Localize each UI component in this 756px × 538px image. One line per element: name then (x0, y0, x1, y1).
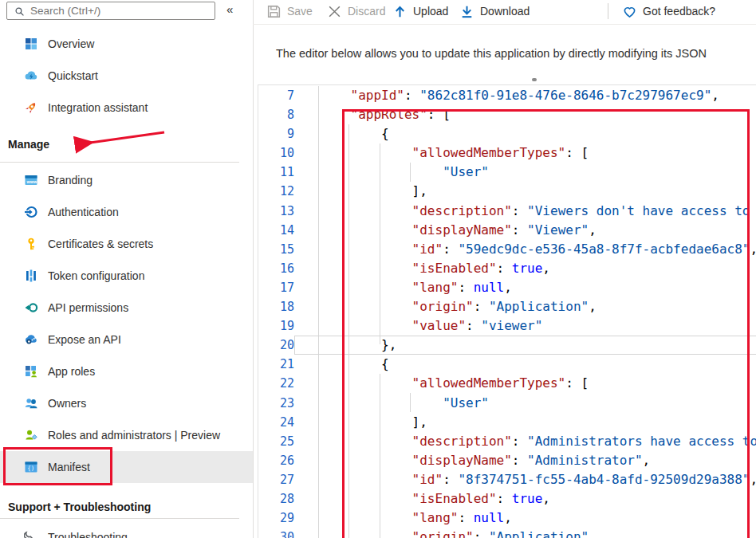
code-line: 13 "description": "Viewers don't have ac… (258, 202, 756, 221)
sidebar-item-label: Certificates & secrets (48, 238, 153, 250)
code-line-text: { (296, 124, 756, 143)
code-line-text: "origin": "Application", (296, 297, 756, 316)
save-icon (266, 4, 282, 19)
code-line-text: "lang": null, (296, 278, 756, 297)
save-button[interactable]: Save (266, 0, 313, 22)
sidebar-item-owners[interactable]: Owners (0, 387, 253, 419)
sidebar-item-quickstart[interactable]: Quickstart (0, 60, 253, 92)
line-number: 20 (258, 336, 296, 355)
sidebar-item-label: Overview (48, 37, 94, 50)
code-line: 29 "lang": null, (258, 509, 756, 528)
line-number: 24 (258, 413, 296, 432)
code-line-text: "isEnabled": true, (296, 259, 756, 278)
support-section-header: Support + Troubleshooting (8, 501, 151, 513)
code-line: 22 "allowedMemberTypes": [ (258, 374, 756, 393)
line-number: 12 (258, 182, 296, 201)
code-line: 14 "displayName": "Viewer", (258, 221, 756, 240)
sidebar-item-certificates-secrets[interactable]: Certificates & secrets (0, 228, 253, 260)
code-line: 23 "User" (258, 394, 756, 413)
search-input[interactable] (30, 5, 215, 17)
code-line-text: "displayName": "Viewer", (296, 221, 756, 240)
sidebar-item-token-configuration[interactable]: Token configuration (0, 260, 253, 292)
sidebar-item-label: Roles and administrators | Preview (48, 429, 220, 442)
code-line-text: ], (296, 413, 756, 432)
line-number: 28 (258, 489, 296, 509)
code-line: 21 { (258, 355, 756, 374)
line-number: 22 (258, 374, 296, 393)
code-line: 15 "id": "59edc9dc-e536-45a8-8f7f-acbfed… (258, 240, 756, 259)
code-line: 18 "origin": "Application", (258, 297, 756, 316)
svg-text:{): {) (27, 465, 34, 472)
sidebar-item-label: Expose an API (48, 333, 121, 346)
discard-icon (327, 4, 342, 19)
line-number: 21 (258, 355, 296, 374)
line-number: 18 (258, 297, 296, 316)
sidebar-item-app-roles[interactable]: App roles (0, 355, 253, 387)
code-line-text: "value": "viewer" (296, 316, 756, 336)
code-line-text: { (296, 355, 756, 374)
sidebar-item-label: Quickstart (48, 69, 98, 82)
code-line: 12 ], (258, 182, 756, 201)
sidebar-item-label: Branding (48, 174, 93, 187)
json-manifest-editor[interactable]: 7 "appId": "862c81f0-91e8-476e-8646-b7c2… (258, 84, 756, 538)
toolbar-button-label: Upload (413, 5, 448, 18)
code-line-text: "description": "Administrators have acce… (296, 432, 756, 451)
code-line-text: "id": "59edc9dc-e536-45a8-8f7f-acbfedae6… (296, 240, 756, 259)
code-line: 7 "appId": "862c81f0-91e8-476e-8646-b7c2… (258, 86, 756, 105)
sidebar-item-expose-an-api[interactable]: Expose an API (0, 324, 253, 355)
token-configuration-icon (24, 269, 38, 283)
code-line: 8 "appRoles": [ (258, 105, 756, 124)
toolbar-button-label: Discard (348, 5, 385, 18)
code-line-text: "description": "Viewers don't have acces… (296, 202, 756, 221)
manage-divider (0, 162, 239, 163)
api-permissions-icon (24, 300, 38, 315)
code-line-text: "origin": "Application", (296, 528, 756, 538)
upload-icon (392, 4, 408, 19)
sidebar-item-branding[interactable]: wwwBranding (0, 164, 253, 196)
clipped-line-fragment (532, 78, 537, 81)
collapse-sidebar-icon[interactable]: « (226, 2, 233, 17)
code-line: 17 "lang": null, (258, 278, 756, 297)
code-line: 11 "User" (258, 163, 756, 182)
expose-api-icon (24, 332, 38, 347)
certificates-icon (24, 237, 38, 251)
roles-administrators-icon (24, 428, 38, 442)
code-line-text: "lang": null, (296, 509, 756, 528)
line-number: 19 (258, 316, 296, 336)
feedback-icon (622, 4, 637, 19)
manage-section-header: Manage (8, 138, 49, 151)
sidebar-search[interactable] (6, 2, 215, 20)
line-number: 8 (258, 105, 296, 124)
upload-button[interactable]: Upload (392, 0, 448, 22)
code-line: 25 "description": "Administrators have a… (258, 432, 756, 451)
sidebar: « OverviewQuickstartIntegration assistan… (0, 0, 254, 538)
line-number: 15 (258, 240, 296, 259)
owners-icon (24, 396, 38, 410)
sidebar-item-overview[interactable]: Overview (0, 28, 253, 60)
app-roles-icon (24, 364, 38, 379)
azure-manifest-page: { "colors": { "accent": "#0078d4", "anno… (0, 0, 756, 538)
sidebar-item-integration-assistant[interactable]: Integration assistant (0, 92, 253, 124)
sidebar-item-manifest[interactable]: {)Manifest (0, 451, 253, 483)
search-icon (14, 6, 25, 16)
line-number: 16 (258, 259, 296, 278)
code-line-text: "allowedMemberTypes": [ (296, 143, 756, 163)
code-line-text: }, (296, 336, 756, 355)
code-line-text: "appRoles": [ (296, 105, 756, 124)
got-feedback-button[interactable]: Got feedback? (622, 0, 715, 22)
sidebar-item-api-permissions[interactable]: API permissions (0, 292, 253, 324)
code-line: 10 "allowedMemberTypes": [ (258, 143, 756, 163)
download-icon (459, 4, 474, 19)
discard-button[interactable]: Discard (327, 0, 385, 22)
code-line: 19 "value": "viewer" (258, 316, 756, 336)
line-number: 30 (258, 528, 296, 538)
code-line: 28 "isEnabled": true, (258, 489, 756, 509)
svg-text:www: www (26, 179, 37, 184)
sidebar-item-label: Integration assistant (48, 101, 148, 114)
line-number: 7 (258, 86, 296, 105)
line-number: 25 (258, 432, 296, 451)
sidebar-item-roles-and-administrators-preview[interactable]: Roles and administrators | Preview (0, 419, 253, 451)
download-button[interactable]: Download (459, 0, 530, 22)
sidebar-item-authentication[interactable]: Authentication (0, 196, 253, 228)
sidebar-item-troubleshooting[interactable]: Troubleshooting (0, 521, 253, 538)
